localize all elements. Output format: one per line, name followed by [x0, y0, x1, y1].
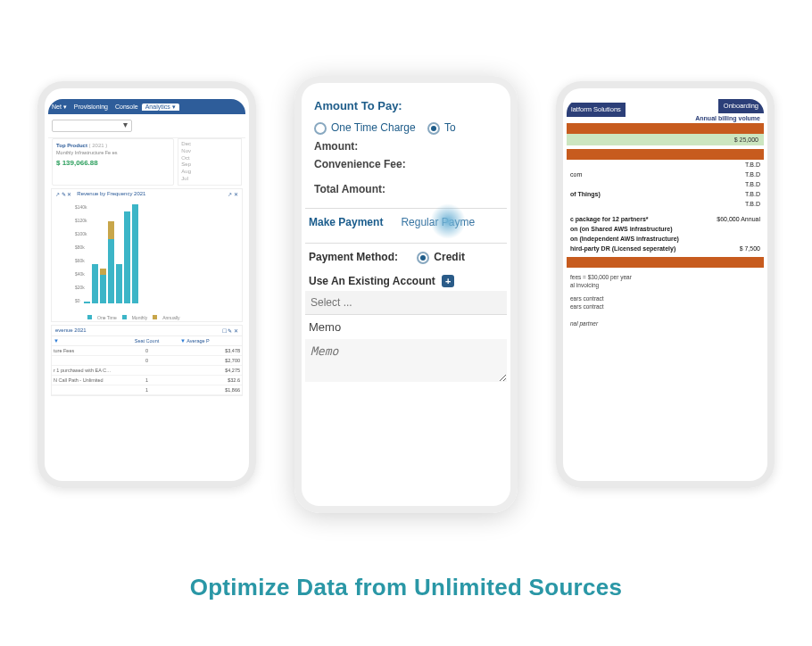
existing-account-label: Use An Existing Account: [309, 275, 435, 287]
tab-platform[interactable]: latform Solutions: [567, 103, 626, 117]
phone-left: Net ▾ Provisioning Console Analytics ▾ T…: [37, 81, 256, 488]
table-row[interactable]: r 1 purchased with EA Calling (250-1,999…: [52, 366, 242, 376]
radio-credit[interactable]: [417, 252, 429, 264]
nav-item-active[interactable]: Analytics ▾: [142, 104, 179, 111]
heading-amount: Amount To Pay:: [314, 99, 498, 112]
phone-center: Amount To Pay: One Time Charge To Amount…: [294, 76, 518, 513]
col[interactable]: Seat Count: [115, 336, 178, 345]
chart-bars: [84, 205, 236, 303]
month[interactable]: Dec: [181, 141, 238, 148]
value-cell: $ 25,000: [567, 134, 764, 145]
radio-total[interactable]: [427, 122, 440, 135]
month[interactable]: Oct: [181, 155, 238, 162]
chart-title: Revenue by Frequency 2021: [77, 191, 145, 196]
price-row: T.B.D: [567, 199, 764, 209]
radio-label: Credit: [434, 251, 465, 263]
nav-item[interactable]: Provisioning: [70, 104, 112, 110]
tab-onboarding[interactable]: Onboarding: [718, 99, 764, 113]
tagline: Optimize Data from Unlimited Sources: [0, 574, 812, 601]
account-select[interactable]: [305, 291, 507, 314]
top-product-sub: Monthly Infrastructure Fe es: [56, 150, 170, 155]
widget-expand-icon[interactable]: ↗ ✕: [228, 191, 238, 197]
chart-card: ↗ ✎ ✕ Revenue by Frequency 2021 ↗ ✕ $140…: [51, 188, 243, 322]
chart-legend: One Time Monthly Annually: [87, 315, 238, 320]
month[interactable]: Sep: [181, 162, 238, 169]
table-header: ▼ Seat Count ▼ Average P: [52, 335, 242, 346]
price-row: on (on Shared AWS infrastructure): [567, 224, 764, 234]
note-text: ears contract: [567, 294, 764, 302]
note-text: ears contract: [567, 302, 764, 311]
top-product-amount: $ 139,066.88: [56, 159, 170, 167]
plus-icon[interactable]: +: [442, 275, 454, 287]
price-row: hird-party DR (Licensed seperately)$ 7,5…: [567, 244, 764, 253]
nav-item[interactable]: Console: [112, 104, 142, 110]
table-row[interactable]: 1$1,866: [52, 385, 242, 395]
top-product-year: ( 2021 ): [89, 143, 108, 148]
radio-one-time[interactable]: [314, 122, 327, 135]
price-row: T.B.D: [567, 160, 764, 170]
nav-bar: Net ▾ Provisioning Console Analytics ▾: [48, 99, 245, 114]
phone-right: latform Solutions Onboarding Annual bill…: [556, 81, 775, 488]
note-text: fees = $30,000 per year: [567, 273, 764, 281]
table-row[interactable]: N Call Path - Unlimited1$32.6: [52, 376, 242, 385]
month[interactable]: Jul: [181, 176, 238, 183]
price-row: on (Independent AWS infrastructure): [567, 234, 764, 244]
month[interactable]: Aug: [181, 169, 238, 176]
nav-item[interactable]: Net ▾: [48, 104, 70, 111]
table-title: evenue 2021: [55, 327, 87, 334]
filter-select[interactable]: [52, 120, 132, 132]
month-list: Dec Nov Oct Sep Aug Jul: [178, 138, 242, 186]
regular-payment-button[interactable]: Regular Payme: [401, 216, 475, 228]
top-product-card: Top Product ( 2021 ) Monthly Infrastruct…: [52, 138, 174, 186]
note-text: al invoicing: [567, 281, 764, 289]
screen-analytics: Net ▾ Provisioning Console Analytics ▾ T…: [48, 99, 245, 472]
widget-controls-icon[interactable]: ☐ ✎ ✕: [222, 327, 238, 334]
payment-method-label: Payment Method:: [309, 251, 398, 263]
section-bar: [567, 149, 764, 160]
month[interactable]: Nov: [181, 148, 238, 155]
screen-pricing: latform Solutions Onboarding Annual bill…: [567, 99, 764, 472]
revenue-table: evenue 2021☐ ✎ ✕ ▼ Seat Count ▼ Average …: [51, 325, 243, 396]
filter-icon[interactable]: ▼: [180, 338, 186, 344]
radio-label: To: [444, 121, 456, 134]
field-amount: Amount:: [314, 140, 498, 153]
widget-controls-icon[interactable]: ↗ ✎ ✕: [55, 191, 71, 197]
field-fee: Convenience Fee:: [314, 158, 498, 170]
radio-label: One Time Charge: [331, 121, 416, 134]
top-product-title: Top Product: [56, 143, 87, 148]
field-total: Total Amount:: [314, 183, 498, 195]
make-payment-button[interactable]: Make Payment: [309, 216, 383, 228]
note-text: nal partner: [567, 319, 764, 327]
price-row: comT.B.D: [567, 170, 764, 179]
price-row: of Things)T.B.D: [567, 189, 764, 199]
price-row: c package for 12 partners*$60,000 Annual: [567, 214, 764, 224]
table-row[interactable]: ture Fees0$3,478: [52, 346, 242, 356]
memo-label: Memo: [305, 315, 507, 339]
section-bar: [567, 257, 764, 268]
price-row: T.B.D: [567, 179, 764, 189]
table-row[interactable]: 0$2,700: [52, 356, 242, 366]
section-bar: [567, 123, 764, 134]
col[interactable]: Average P: [186, 338, 210, 344]
memo-input[interactable]: [305, 339, 507, 382]
screen-payment: Amount To Pay: One Time Charge To Amount…: [305, 94, 507, 497]
filter-icon[interactable]: ▼: [54, 338, 59, 344]
